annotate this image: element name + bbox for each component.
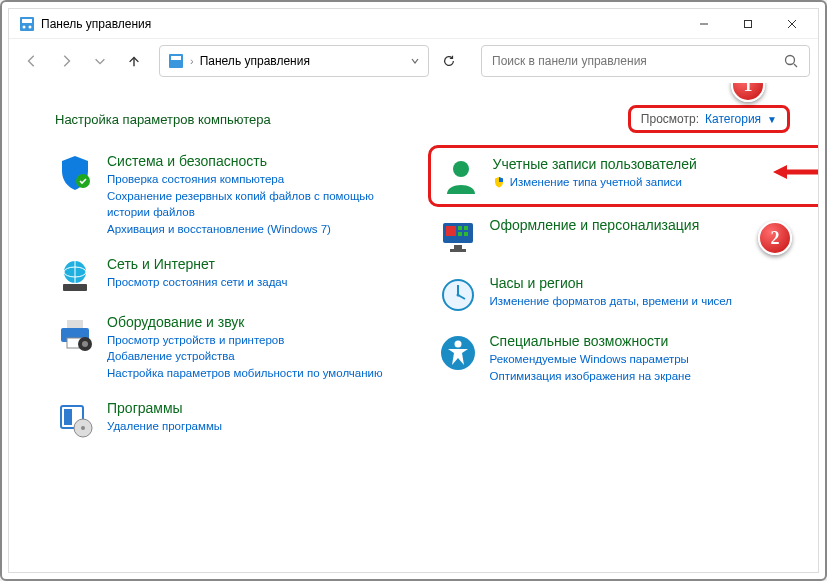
shield-icon bbox=[55, 153, 95, 193]
back-button[interactable] bbox=[17, 46, 47, 76]
category-accessibility: Специальные возможности Рекомендуемые Wi… bbox=[438, 333, 791, 384]
category-link[interactable]: Архивация и восстановление (Windows 7) bbox=[107, 221, 408, 238]
category-title[interactable]: Оборудование и звук bbox=[107, 314, 408, 330]
svg-rect-36 bbox=[454, 245, 462, 249]
category-link[interactable]: Сохранение резервных копий файлов с помо… bbox=[107, 188, 408, 221]
network-icon bbox=[55, 256, 95, 296]
category-link[interactable]: Настройка параметров мобильности по умол… bbox=[107, 365, 408, 382]
arrow-icon bbox=[771, 162, 818, 186]
svg-rect-35 bbox=[464, 232, 468, 236]
close-button[interactable] bbox=[770, 9, 814, 39]
category-link[interactable]: Проверка состояния компьютера bbox=[107, 171, 408, 188]
page-title: Настройка параметров компьютера bbox=[55, 112, 628, 127]
content-area: Настройка параметров компьютера Просмотр… bbox=[9, 83, 818, 572]
category-link[interactable]: Рекомендуемые Windows параметры bbox=[490, 351, 791, 368]
category-link[interactable]: Добавление устройства bbox=[107, 348, 408, 365]
svg-point-2 bbox=[23, 25, 26, 28]
category-hardware-sound: Оборудование и звук Просмотр устройств и… bbox=[55, 314, 408, 382]
category-network: Сеть и Интернет Просмотр состояния сети … bbox=[55, 256, 408, 296]
svg-rect-37 bbox=[450, 249, 466, 252]
search-box[interactable] bbox=[481, 45, 810, 77]
control-panel-icon bbox=[19, 16, 35, 32]
accessibility-icon bbox=[438, 333, 478, 373]
printer-icon bbox=[55, 314, 95, 354]
breadcrumb-item[interactable]: Панель управления bbox=[200, 54, 310, 68]
svg-point-26 bbox=[81, 426, 85, 430]
window-title: Панель управления bbox=[41, 17, 682, 31]
chevron-down-icon[interactable]: ▼ bbox=[767, 114, 777, 125]
svg-rect-5 bbox=[745, 20, 752, 27]
svg-rect-34 bbox=[458, 232, 462, 236]
category-title[interactable]: Учетные записи пользователей bbox=[493, 156, 788, 172]
category-programs: Программы Удаление программы bbox=[55, 400, 408, 440]
view-value[interactable]: Категория bbox=[705, 112, 761, 126]
search-input[interactable] bbox=[492, 54, 783, 68]
category-link[interactable]: Удаление программы bbox=[107, 418, 408, 435]
category-appearance: Оформление и персонализация bbox=[438, 217, 791, 257]
breadcrumb-sep: › bbox=[190, 55, 194, 67]
category-title[interactable]: Специальные возможности bbox=[490, 333, 791, 349]
category-clock-region: Часы и регион Изменение форматов даты, в… bbox=[438, 275, 791, 315]
category-user-accounts: Учетные записи пользователей Изменение т… bbox=[441, 156, 788, 196]
svg-point-3 bbox=[29, 25, 32, 28]
minimize-button[interactable] bbox=[682, 9, 726, 39]
navbar: › Панель управления bbox=[9, 39, 818, 83]
svg-rect-33 bbox=[464, 226, 468, 230]
left-column: Система и безопасность Проверка состояни… bbox=[55, 153, 408, 440]
svg-rect-31 bbox=[446, 226, 456, 236]
programs-icon bbox=[55, 400, 95, 440]
view-selector-highlight: Просмотр: Категория ▼ 1 bbox=[628, 105, 790, 133]
user-icon bbox=[441, 156, 481, 196]
recent-button[interactable] bbox=[85, 46, 115, 76]
titlebar: Панель управления bbox=[9, 9, 818, 39]
svg-rect-24 bbox=[64, 409, 72, 425]
category-link[interactable]: Изменение форматов даты, времени и чисел bbox=[490, 293, 791, 310]
category-link[interactable]: Просмотр состояния сети и задач bbox=[107, 274, 408, 291]
category-title[interactable]: Часы и регион bbox=[490, 275, 791, 291]
user-accounts-highlight: Учетные записи пользователей Изменение т… bbox=[428, 145, 819, 207]
callout-badge-1: 1 bbox=[731, 83, 765, 102]
up-button[interactable] bbox=[119, 46, 149, 76]
svg-point-41 bbox=[456, 294, 459, 297]
refresh-button[interactable] bbox=[433, 45, 465, 77]
forward-button[interactable] bbox=[51, 46, 81, 76]
svg-point-11 bbox=[786, 56, 795, 65]
category-system-security: Система и безопасность Проверка состояни… bbox=[55, 153, 408, 238]
control-panel-window: Панель управления › Панель управления На… bbox=[8, 8, 819, 573]
monitor-icon bbox=[438, 217, 478, 257]
category-title[interactable]: Оформление и персонализация bbox=[490, 217, 791, 233]
category-link[interactable]: Просмотр устройств и принтеров bbox=[107, 332, 408, 349]
svg-rect-32 bbox=[458, 226, 462, 230]
svg-point-27 bbox=[453, 161, 469, 177]
svg-point-43 bbox=[454, 341, 461, 348]
category-title[interactable]: Система и безопасность bbox=[107, 153, 408, 169]
category-title[interactable]: Программы bbox=[107, 400, 408, 416]
address-bar[interactable]: › Панель управления bbox=[159, 45, 429, 77]
svg-marker-29 bbox=[773, 165, 787, 179]
svg-rect-10 bbox=[171, 56, 181, 60]
category-link[interactable]: Оптимизация изображения на экране bbox=[490, 368, 791, 385]
category-title[interactable]: Сеть и Интернет bbox=[107, 256, 408, 272]
svg-point-22 bbox=[82, 341, 88, 347]
chevron-down-icon[interactable] bbox=[410, 56, 420, 66]
search-icon bbox=[783, 53, 799, 69]
control-panel-small-icon bbox=[168, 53, 184, 69]
maximize-button[interactable] bbox=[726, 9, 770, 39]
category-link[interactable]: Изменение типа учетной записи bbox=[493, 174, 788, 191]
right-column: Учетные записи пользователей Изменение т… bbox=[438, 153, 791, 440]
callout-badge-2: 2 bbox=[758, 221, 792, 255]
svg-rect-17 bbox=[63, 284, 87, 291]
svg-rect-1 bbox=[22, 19, 32, 23]
uac-shield-icon bbox=[493, 176, 505, 188]
view-label: Просмотр: bbox=[641, 112, 699, 126]
svg-rect-19 bbox=[67, 320, 83, 328]
svg-line-12 bbox=[794, 64, 797, 67]
clock-icon bbox=[438, 275, 478, 315]
